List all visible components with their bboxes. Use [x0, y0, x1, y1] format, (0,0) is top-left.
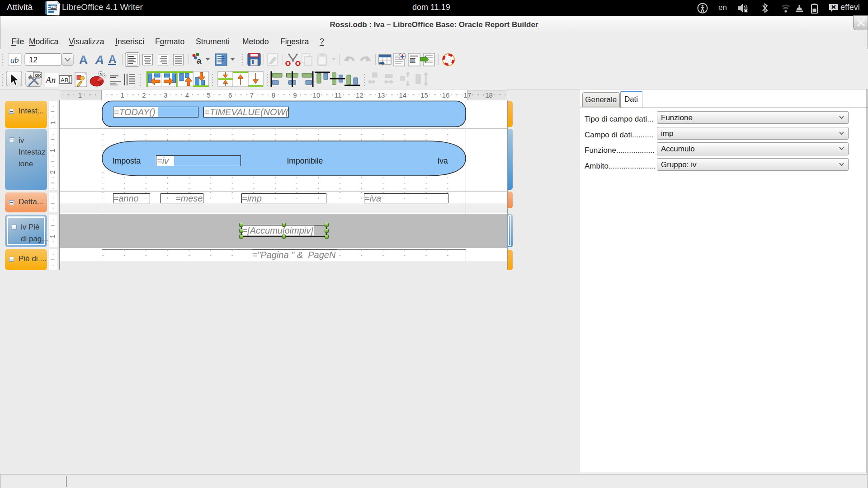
- svg-text:2: 2: [49, 170, 56, 174]
- svg-text:a: a: [197, 56, 202, 66]
- svg-text:A: A: [95, 53, 104, 66]
- svg-text:1: 1: [49, 234, 56, 238]
- svg-text:1: 1: [49, 121, 57, 124]
- svg-text:1: 1: [49, 149, 56, 152]
- svg-text:AB: AB: [61, 77, 68, 84]
- svg-text:A: A: [79, 53, 88, 66]
- svg-text:OK: OK: [35, 73, 41, 78]
- svg-text:12: 12: [29, 56, 38, 64]
- svg-text:b: b: [14, 55, 19, 65]
- svg-text:A: A: [108, 53, 116, 65]
- svg-text:An: An: [45, 75, 56, 85]
